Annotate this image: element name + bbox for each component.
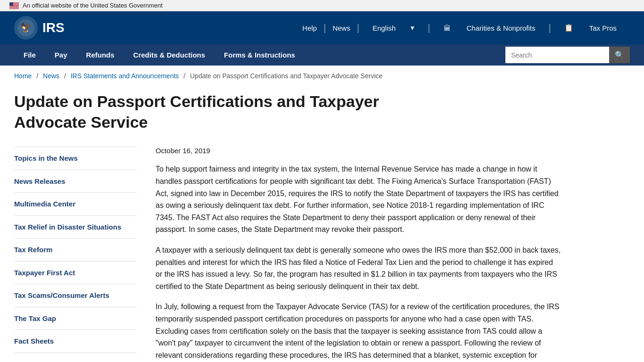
svg-rect-11 (9, 8, 19, 8)
article-paragraph-1: To help support fairness and integrity i… (156, 163, 561, 236)
header: 🦅 IRS Help | News | English ▾ | 🏛 Charit… (0, 11, 644, 44)
article-paragraph-3: In July, following a request from the Ta… (156, 301, 561, 362)
main-article: October 16, 2019 To help support fairnes… (156, 147, 561, 362)
svg-rect-8 (9, 6, 19, 7)
article-date: October 16, 2019 (156, 147, 561, 155)
header-top-nav: Help | News | English ▾ | 🏛 Charities & … (296, 16, 630, 40)
logo-area: 🦅 IRS (14, 16, 65, 40)
breadcrumb-home[interactable]: Home (14, 72, 32, 80)
tax-pros-link[interactable]: 📋 Tax Pros (551, 16, 630, 40)
article-paragraph-2: A taxpayer with a seriously delinquent t… (156, 244, 561, 292)
irs-logo-text[interactable]: IRS (42, 20, 65, 35)
svg-rect-9 (9, 7, 19, 7)
nav-file[interactable]: File (14, 44, 45, 66)
two-col-layout: Topics in the News News Releases Multime… (14, 147, 630, 362)
news-link[interactable]: News (326, 20, 357, 36)
breadcrumb-news[interactable]: News (43, 72, 59, 80)
sidebar-item-fact-sheets[interactable]: Fact Sheets (14, 330, 137, 353)
sidebar-item-tax-scams[interactable]: Tax Scams/Consumer Alerts (14, 284, 137, 307)
us-flag-icon (9, 2, 19, 9)
breadcrumb-sep-3: / (183, 72, 185, 80)
svg-rect-7 (9, 6, 19, 6)
nav-refunds[interactable]: Refunds (77, 44, 124, 66)
svg-rect-10 (9, 7, 19, 8)
breadcrumb-statements[interactable]: IRS Statements and Announcements (71, 72, 179, 80)
tax-pros-icon: 📋 (558, 20, 580, 36)
sidebar-item-news-releases[interactable]: News Releases (14, 170, 137, 193)
main-nav-links: File Pay Refunds Credits & Deductions Fo… (14, 44, 305, 66)
svg-rect-13 (9, 2, 13, 6)
breadcrumb-current: Update on Passport Certifications and Ta… (190, 72, 382, 80)
nav-credits-deductions[interactable]: Credits & Deductions (124, 44, 215, 66)
irs-eagle-icon: 🦅 (14, 16, 38, 40)
breadcrumb-sep-2: / (64, 72, 66, 80)
content-wrapper: Update on Passport Certifications and Ta… (0, 86, 644, 362)
main-nav: File Pay Refunds Credits & Deductions Fo… (0, 44, 644, 66)
breadcrumb-sep-1: / (36, 72, 38, 80)
article-body: To help support fairness and integrity i… (156, 163, 561, 362)
search-button[interactable]: 🔍 (609, 47, 630, 63)
svg-rect-12 (9, 8, 19, 8)
sidebar-item-tax-gap[interactable]: The Tax Gap (14, 307, 137, 330)
sidebar-item-taxpayer-first-act[interactable]: Taxpayer First Act (14, 262, 137, 285)
charities-icon: 🏛 (437, 20, 457, 36)
charities-nonprofits-link[interactable]: 🏛 Charities & Nonprofits (430, 16, 549, 40)
sidebar-item-multimedia[interactable]: Multimedia Center (14, 193, 137, 216)
sidebar: Topics in the News News Releases Multime… (14, 147, 137, 353)
nav-forms-instructions[interactable]: Forms & Instructions (215, 44, 305, 66)
gov-banner: An official website of the United States… (0, 0, 644, 11)
breadcrumb: Home / News / IRS Statements and Announc… (0, 66, 644, 86)
nav-pay[interactable]: Pay (45, 44, 77, 66)
chevron-down-icon: ▾ (404, 20, 421, 36)
search-box: 🔍 (505, 47, 630, 63)
sidebar-item-topics[interactable]: Topics in the News (14, 147, 137, 170)
sidebar-item-tax-reform[interactable]: Tax Reform (14, 239, 137, 262)
search-input[interactable] (505, 48, 609, 63)
gov-banner-text: An official website of the United States… (23, 2, 163, 9)
svg-text:🦅: 🦅 (20, 22, 32, 33)
help-link[interactable]: Help (296, 20, 323, 36)
language-selector[interactable]: English ▾ (359, 16, 428, 40)
sidebar-item-tax-relief[interactable]: Tax Relief in Disaster Situations (14, 216, 137, 239)
page-title: Update on Passport Certifications and Ta… (14, 91, 438, 132)
